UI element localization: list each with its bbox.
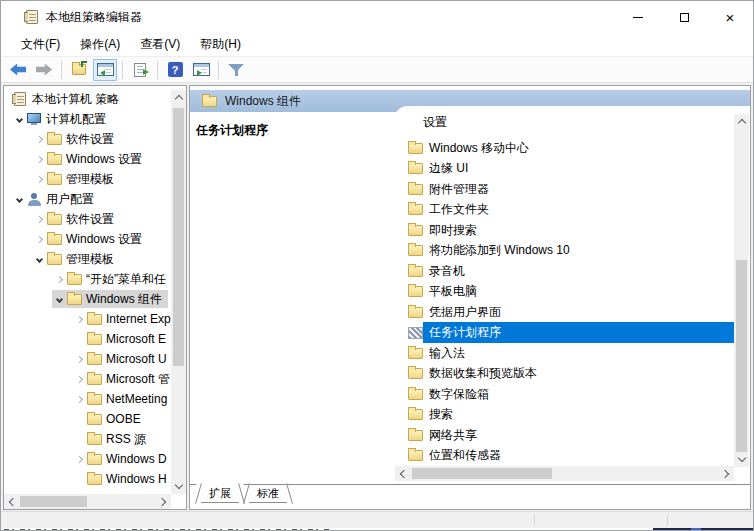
tree-hscroll-thumb[interactable] (20, 496, 87, 507)
help-icon: ? (168, 62, 183, 77)
scroll-down-icon[interactable] (171, 479, 186, 494)
tree-item[interactable]: 用户配置 (4, 189, 171, 209)
scroll-down-icon[interactable] (734, 452, 749, 467)
back-button[interactable] (6, 59, 30, 81)
settings-list-item[interactable]: 位置和传感器 (395, 446, 734, 467)
menu-file[interactable]: 文件(F) (11, 33, 70, 56)
settings-list-item[interactable]: 录音机 (395, 261, 734, 282)
settings-list-item[interactable]: 数字保险箱 (395, 384, 734, 405)
tree-item[interactable]: Microsoft E (4, 329, 171, 349)
expander-chevron-icon[interactable] (32, 157, 46, 162)
expander-chevron-icon[interactable] (72, 317, 86, 322)
maximize-button[interactable] (661, 1, 707, 33)
expander-chevron-icon[interactable] (52, 277, 66, 282)
settings-list-item[interactable]: 任务计划程序 (395, 323, 734, 344)
tree-vscroll-thumb[interactable] (173, 108, 184, 366)
tree-item[interactable]: 管理模板 (4, 169, 171, 189)
tree-item[interactable]: 软件设置 (4, 129, 171, 149)
expander-chevron-icon[interactable] (72, 357, 86, 362)
help-button[interactable]: ? (163, 59, 187, 81)
menu-action[interactable]: 操作(A) (70, 33, 130, 56)
tree-item[interactable]: Windows H (4, 469, 171, 489)
tree-vertical-scrollbar[interactable] (171, 90, 186, 494)
settings-list-item[interactable]: 输入法 (395, 343, 734, 364)
expander-chevron-icon[interactable] (32, 217, 46, 222)
expander-chevron-icon[interactable] (12, 117, 26, 122)
settings-list-item[interactable]: 数据收集和预览版本 (395, 364, 734, 385)
settings-list-item[interactable]: 凭据用户界面 (395, 302, 734, 323)
expander-chevron-icon[interactable] (72, 377, 86, 382)
tree-item[interactable]: RSS 源 (4, 429, 171, 449)
scroll-right-icon[interactable] (719, 466, 734, 481)
list-vertical-scrollbar[interactable] (734, 114, 749, 467)
tree-item[interactable]: 软件设置 (4, 209, 171, 229)
folder-icon (407, 204, 423, 215)
export-list-button[interactable] (128, 59, 152, 81)
list-horizontal-scrollbar[interactable] (395, 466, 734, 481)
tree-item[interactable]: OOBE (4, 409, 171, 429)
tree-item-label: Microsoft E (106, 332, 166, 346)
forward-button[interactable] (32, 59, 56, 81)
expander-chevron-icon[interactable] (32, 257, 46, 262)
tree-item-label: 软件设置 (66, 131, 114, 148)
expander-chevron-icon[interactable] (32, 137, 46, 142)
tree-item[interactable]: 本地计算机 策略 (4, 89, 171, 109)
expander-chevron-icon[interactable] (12, 197, 26, 202)
settings-list-item[interactable]: Windows 移动中心 (395, 138, 734, 159)
tab-extended[interactable]: 扩展 (196, 484, 244, 503)
list-hscroll-thumb[interactable] (412, 468, 552, 479)
menu-view[interactable]: 查看(V) (130, 33, 190, 56)
console-tree-toggle-button[interactable] (93, 59, 117, 81)
expander-chevron-icon[interactable] (72, 397, 86, 402)
settings-list-item[interactable]: 将功能添加到 Windows 10 (395, 241, 734, 262)
settings-list-item[interactable]: 即时搜索 (395, 220, 734, 241)
filter-button[interactable] (224, 59, 248, 81)
settings-column-header[interactable]: 设置 (423, 114, 447, 131)
tree-horizontal-scrollbar[interactable] (4, 494, 171, 509)
tree-item[interactable]: Internet Exp (4, 309, 171, 329)
settings-item-label: 数据收集和预览版本 (423, 363, 734, 384)
folder-icon (407, 430, 423, 441)
settings-list-item[interactable]: 工作文件夹 (395, 200, 734, 221)
settings-list-item[interactable]: 附件管理器 (395, 179, 734, 200)
folder-icon (86, 334, 102, 345)
tree-item[interactable]: “开始”菜单和任 (4, 269, 171, 289)
settings-list-item[interactable]: 网络共享 (395, 425, 734, 446)
expander-chevron-icon[interactable] (52, 297, 66, 302)
expander-chevron-icon[interactable] (32, 177, 46, 182)
close-button[interactable]: × (707, 1, 753, 33)
tree-item[interactable]: Windows 组件 (4, 289, 171, 309)
tree-item[interactable]: Windows D (4, 449, 171, 469)
folder-icon (46, 134, 62, 145)
window-controls: × (615, 1, 753, 33)
folder-icon (407, 225, 423, 236)
settings-list-item[interactable]: 平板电脑 (395, 282, 734, 303)
scroll-up-icon[interactable] (171, 90, 186, 105)
minimize-button[interactable] (615, 1, 661, 33)
folder-icon (46, 214, 62, 225)
folder-icon (407, 286, 423, 297)
tab-standard[interactable]: 标准 (244, 484, 292, 503)
tree-item-label: Microsoft 管 (106, 371, 170, 388)
tree-item[interactable]: Microsoft 管 (4, 369, 171, 389)
settings-item-label: 附件管理器 (423, 179, 734, 200)
settings-item-label: 将功能添加到 Windows 10 (423, 240, 734, 261)
tree-item[interactable]: Windows 设置 (4, 229, 171, 249)
scroll-up-icon[interactable] (734, 114, 749, 129)
tree-item[interactable]: Windows 设置 (4, 149, 171, 169)
tree-item[interactable]: Microsoft U (4, 349, 171, 369)
scroll-left-icon[interactable] (395, 466, 410, 481)
tree-item[interactable]: 管理模板 (4, 249, 171, 269)
up-one-level-button[interactable] (67, 59, 91, 81)
expander-chevron-icon[interactable] (72, 457, 86, 462)
scroll-right-icon[interactable] (156, 494, 171, 509)
tree-item[interactable]: NetMeeting (4, 389, 171, 409)
scroll-left-icon[interactable] (4, 494, 19, 509)
show-action-pane-button[interactable] (189, 59, 213, 81)
menu-help[interactable]: 帮助(H) (190, 33, 251, 56)
list-vscroll-thumb[interactable] (736, 260, 747, 452)
tree-item[interactable]: 计算机配置 (4, 109, 171, 129)
settings-list-item[interactable]: 边缘 UI (395, 159, 734, 180)
expander-chevron-icon[interactable] (32, 237, 46, 242)
settings-list-item[interactable]: 搜索 (395, 405, 734, 426)
